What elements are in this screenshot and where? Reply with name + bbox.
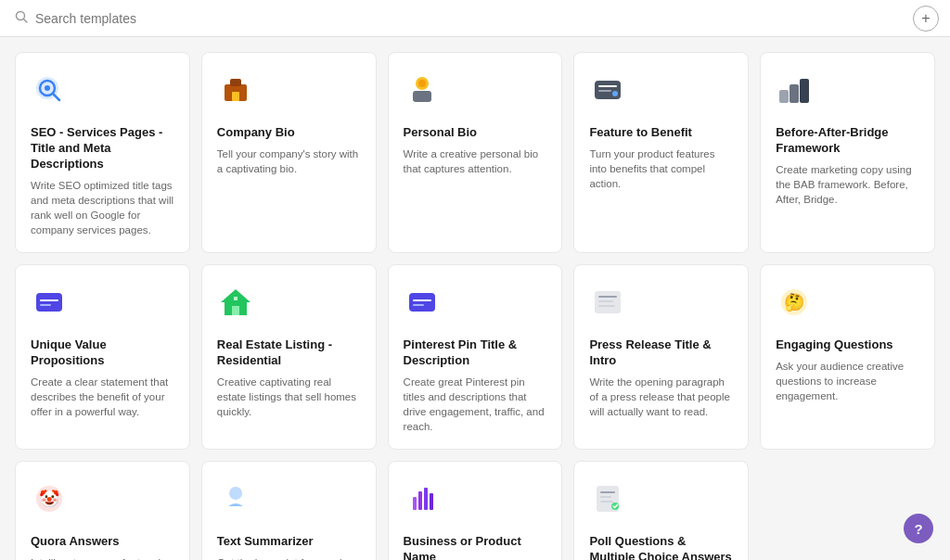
svg-rect-13 [598,85,617,87]
card-pinterest[interactable]: Pinterest Pin Title & Description Create… [388,264,563,450]
card-seo[interactable]: SEO - Services Pages - Title and Meta De… [15,52,190,253]
svg-rect-31 [598,305,615,307]
card-desc-feature-to-benefit: Turn your product features into benefits… [589,146,733,191]
svg-rect-40 [430,493,433,510]
card-bab[interactable]: Before-After-Bridge Framework Create mar… [760,52,935,253]
card-desc-personal-bio: Write a creative personal bio that captu… [404,146,547,176]
svg-point-11 [418,80,426,87]
card-engaging-questions[interactable]: 🤔 Engaging Questions Ask your audience c… [760,264,935,450]
card-title-bab: Before-After-Bridge Framework [776,125,919,157]
search-bar: + [0,0,950,37]
svg-rect-14 [598,90,611,92]
svg-text:🤡: 🤡 [39,489,60,509]
card-poll[interactable]: Poll Questions & Multiple Choice Answers… [573,461,749,560]
card-title-company-bio: Company Bio [217,125,361,141]
svg-rect-17 [790,84,799,103]
card-desc-text-summarizer: Get the key point from a piece of text. [217,555,361,560]
card-title-real-estate: Real Estate Listing - Residential [217,337,361,369]
svg-rect-43 [600,496,611,498]
svg-line-1 [24,19,28,23]
card-desc-quora: Intelligent answers for tough questions. [31,555,174,560]
card-real-estate[interactable]: Real Estate Listing - Residential Creati… [201,264,377,450]
card-title-poll: Poll Questions & Multiple Choice Answers [589,534,733,560]
card-desc-pinterest: Create great Pinterest pin titles and de… [404,375,547,434]
svg-rect-38 [418,491,422,510]
search-input[interactable] [35,11,935,26]
svg-rect-24 [234,297,238,300]
svg-rect-10 [413,91,431,102]
card-press-release[interactable]: Press Release Title & Intro Write the op… [573,264,749,450]
svg-rect-30 [598,300,613,302]
card-icon-engaging-questions: 🤔 [776,284,919,326]
card-desc-real-estate: Creative captivating real estate listing… [217,375,361,419]
card-icon-quora: 🤡 [31,480,174,523]
svg-rect-37 [413,497,417,510]
svg-rect-16 [779,90,789,103]
card-title-text-summarizer: Text Summarizer [217,534,361,550]
svg-rect-23 [232,306,239,315]
card-company-bio[interactable]: Company Bio Tell your company's story wi… [201,52,377,253]
svg-rect-21 [40,304,51,306]
card-title-uvp: Unique Value Propositions [31,337,174,369]
card-icon-business-name [404,480,547,523]
card-icon-real-estate [217,284,361,326]
card-icon-seo [31,71,174,114]
card-icon-press-release [589,284,733,326]
add-button[interactable]: + [913,6,939,32]
card-desc-press-release: Write the opening paragraph of a press r… [589,375,733,419]
card-icon-uvp [31,284,174,326]
card-icon-company-bio [217,71,361,114]
card-icon-pinterest [404,284,547,326]
svg-rect-8 [232,92,239,101]
help-button[interactable]: ? [904,514,933,543]
card-desc-engaging-questions: Ask your audience creative questions to … [776,359,919,403]
card-uvp[interactable]: Unique Value Propositions Create a clear… [15,264,190,450]
svg-rect-19 [36,293,62,312]
svg-rect-27 [413,304,424,306]
card-desc-uvp: Create a clear statement that describes … [31,375,174,419]
card-title-feature-to-benefit: Feature to Benefit [589,125,733,141]
card-icon-poll [589,480,733,523]
card-personal-bio[interactable]: Personal Bio Write a creative personal b… [388,52,563,253]
card-title-quora: Quora Answers [31,534,174,550]
svg-rect-18 [800,79,809,103]
svg-rect-39 [424,488,428,510]
svg-point-36 [229,487,242,500]
card-icon-personal-bio [404,71,547,114]
svg-rect-26 [413,299,431,301]
card-desc-seo: Write SEO optimized title tags and meta … [31,178,174,237]
card-business-name[interactable]: Business or Product Name Generate a winn… [388,461,563,560]
svg-rect-25 [409,293,435,312]
card-desc-bab: Create marketing copy using the BAB fram… [776,162,919,207]
card-title-pinterest: Pinterest Pin Title & Description [404,337,547,369]
card-title-personal-bio: Personal Bio [404,125,547,141]
svg-point-15 [612,91,618,96]
card-title-business-name: Business or Product Name [404,534,547,560]
card-text-summarizer[interactable]: Text Summarizer Get the key point from a… [201,461,377,560]
card-icon-bab [776,71,919,114]
card-quora[interactable]: 🤡 Quora Answers Intelligent answers for … [15,461,190,560]
svg-rect-20 [40,299,58,301]
card-icon-feature-to-benefit [589,71,733,114]
card-icon-text-summarizer [217,480,361,523]
card-title-press-release: Press Release Title & Intro [589,337,733,369]
card-title-seo: SEO - Services Pages - Title and Meta De… [31,125,174,172]
card-title-engaging-questions: Engaging Questions [776,337,919,353]
card-feature-to-benefit[interactable]: Feature to Benefit Turn your product fea… [573,52,749,253]
svg-rect-44 [600,501,613,503]
template-grid: SEO - Services Pages - Title and Meta De… [0,37,950,560]
search-icon [15,10,28,26]
svg-rect-29 [598,296,617,298]
card-desc-company-bio: Tell your company's story with a captiva… [217,146,361,176]
svg-text:🤔: 🤔 [784,292,805,312]
svg-point-5 [45,85,50,91]
svg-rect-7 [230,79,241,86]
svg-rect-42 [600,491,615,493]
